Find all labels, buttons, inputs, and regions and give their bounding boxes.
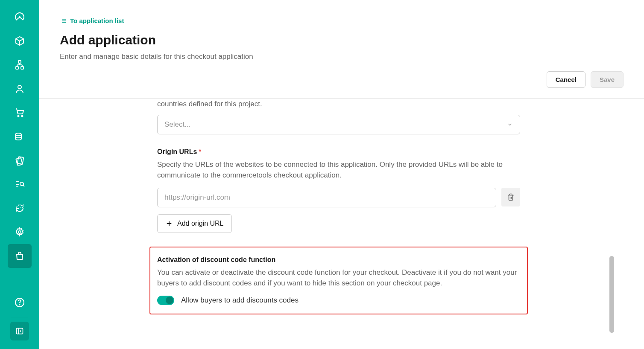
sidebar-item-help[interactable] [8, 291, 32, 314]
svg-point-5 [18, 116, 19, 117]
svg-point-6 [22, 116, 23, 117]
main-content: To application list Add application Ente… [39, 0, 644, 349]
sidebar-item-products[interactable] [8, 29, 32, 53]
svg-point-11 [18, 231, 21, 233]
page-subtitle: Enter and manage basic details for this … [60, 52, 624, 61]
svg-point-13 [20, 305, 20, 305]
list-icon [60, 17, 67, 24]
countries-select[interactable]: Select... [157, 115, 520, 134]
sidebar-collapse-button[interactable] [10, 322, 29, 340]
form-content: countries defined for this project. Sele… [39, 99, 644, 349]
sidebar-item-cards[interactable] [8, 148, 32, 172]
cards-icon [15, 155, 25, 166]
svg-rect-3 [21, 67, 23, 69]
add-origin-url-button[interactable]: Add origin URL [157, 214, 232, 233]
origin-urls-description: Specify the URLs of the websites to be c… [157, 159, 520, 181]
svg-point-10 [20, 182, 23, 186]
shopping-bag-lock-icon [15, 251, 25, 261]
breadcrumb-label: To application list [70, 17, 124, 24]
origin-url-input[interactable] [157, 188, 496, 207]
cart-icon [15, 108, 25, 118]
user-icon [15, 84, 25, 94]
sidebar-item-sync[interactable] [8, 196, 32, 220]
sidebar-item-orders[interactable] [8, 101, 32, 125]
chevron-down-icon [507, 122, 513, 128]
discount-section-description: You can activate or deactivate the disco… [157, 267, 520, 289]
page-title: Add application [60, 33, 624, 47]
sidebar-item-dashboard[interactable] [8, 5, 32, 29]
required-indicator: * [199, 148, 201, 156]
sidebar-item-settings[interactable] [8, 220, 32, 244]
cancel-button[interactable]: Cancel [547, 71, 585, 88]
origin-urls-label: Origin URLs * [157, 148, 520, 156]
scrollbar-thumb[interactable] [609, 256, 614, 333]
sidebar-item-discounts[interactable] [8, 125, 32, 148]
hierarchy-icon [15, 60, 25, 70]
svg-rect-2 [16, 67, 18, 69]
select-placeholder: Select... [164, 120, 190, 129]
breadcrumb-back-link[interactable]: To application list [60, 17, 624, 24]
save-button[interactable]: Save [591, 71, 624, 88]
plus-icon [165, 220, 173, 227]
sync-icon [15, 203, 25, 213]
discount-code-section: Activation of discount code function You… [149, 247, 528, 314]
collapse-icon [15, 327, 24, 335]
discount-section-title: Activation of discount code function [157, 256, 520, 264]
toggle-handle [166, 297, 173, 304]
search-list-icon [15, 179, 25, 189]
trash-icon [507, 193, 515, 201]
countries-help-partial: countries defined for this project. [157, 99, 520, 110]
toggle-label: Allow buyers to add discounts codes [181, 296, 299, 305]
sidebar-item-categories[interactable] [8, 53, 32, 77]
sidebar-item-customers[interactable] [8, 77, 32, 101]
help-icon [15, 297, 25, 308]
sidebar-item-checkout[interactable] [8, 244, 32, 268]
svg-point-7 [15, 133, 21, 136]
url-input-row [157, 188, 520, 207]
header-actions: Cancel Save [60, 71, 624, 88]
coins-icon [15, 131, 25, 142]
sidebar [0, 0, 39, 349]
sidebar-item-search[interactable] [8, 172, 32, 196]
gear-icon [15, 227, 25, 237]
svg-rect-1 [18, 61, 21, 63]
page-header: To application list Add application Ente… [39, 0, 644, 99]
svg-point-0 [19, 16, 20, 18]
svg-rect-14 [17, 328, 23, 334]
speedometer-icon [15, 12, 25, 22]
svg-point-4 [18, 85, 21, 89]
cube-icon [15, 36, 25, 46]
toggle-row: Allow buyers to add discounts codes [157, 296, 520, 305]
form-section: countries defined for this project. Sele… [157, 99, 520, 314]
delete-url-button[interactable] [501, 188, 520, 206]
sidebar-divider [11, 318, 28, 318]
discount-toggle[interactable] [157, 296, 174, 305]
